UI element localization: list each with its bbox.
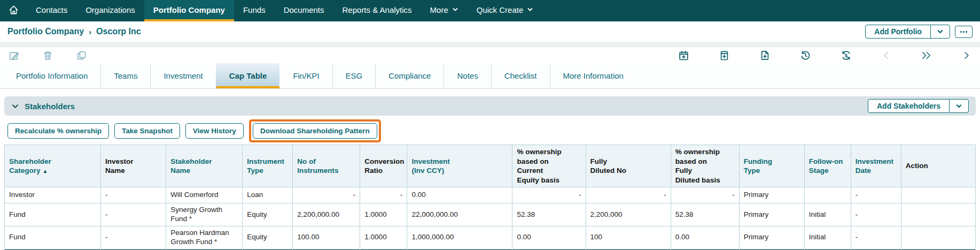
copy-button[interactable] [76,50,87,61]
top-navigation: ContactsOrganizationsPortfolio CompanyFu… [0,0,980,21]
tab-compliance[interactable]: Compliance [375,63,444,88]
cell-fully-diluted-no: 2,200,000 [586,203,671,226]
download-shareholding-pattern-button[interactable]: Download Shareholding Pattern [253,123,377,139]
tab-esg[interactable]: ESG [332,63,376,88]
chevron-right-button[interactable] [961,50,971,61]
tab-checklist[interactable]: Checklist [491,63,550,88]
nav-item-label: Contacts [36,5,67,14]
column-label: Stakeholder Name [170,157,212,175]
nav-item-contacts[interactable]: Contacts [27,0,76,21]
collapse-chevron-down-icon[interactable] [11,102,19,110]
nav-item-reports-analytics[interactable]: Reports & Analytics [333,0,421,21]
column-header-investment-inv-ccy[interactable]: Investment (Inv CCY) [407,145,512,187]
tab-cap-table[interactable]: Cap Table [216,63,280,88]
table-header-row: Shareholder Category▲Investor NameStakeh… [5,145,976,187]
chevron-left-icon [881,50,891,60]
cell-funding-type: Primary [739,187,804,203]
cell-no-of-instruments: - [293,187,360,203]
home-icon [8,4,19,16]
stakeholders-section-header[interactable]: Stakeholders Add Stakeholders [4,96,976,116]
take-snapshot-button[interactable]: Take Snapshot [114,123,180,139]
column-header-no-of-instruments[interactable]: No of Instruments [293,145,360,187]
cell-investor-name: - [101,226,166,249]
column-header-shareholder-category[interactable]: Shareholder Category▲ [5,145,101,187]
double-chevron-right-button[interactable] [921,50,932,61]
nav-item-more[interactable]: More [421,0,468,21]
recalculate-ownership-button[interactable]: Recalculate % ownership [7,123,109,139]
column-header-investment-date[interactable]: Investment Date [851,145,901,187]
cell-investment-date: - [851,187,901,203]
column-label: % ownership based on Fully Diluted basis [675,148,720,184]
nav-item-quick-create[interactable]: Quick Create [468,0,543,21]
chevron-down-icon [527,6,533,13]
copy-icon [76,50,87,61]
add-stakeholders-dropdown-button[interactable] [949,100,968,112]
nav-item-label: Portfolio Company [153,5,225,14]
cell-shareholder-category: Fund [5,203,101,226]
tab-investment[interactable]: Investment [150,63,215,88]
cell-investor-name: - [101,187,166,203]
breadcrumb: Portfolio Company › Oscorp Inc [7,27,141,36]
cell-follow-on-stage: Initial [804,203,851,226]
table-row: Investor-Will ComerfordLoan--0.00---Prim… [5,187,976,203]
cell-investment-inv-ccy: 0.00 [407,187,512,203]
nav-items: ContactsOrganizationsPortfolio CompanyFu… [27,0,542,21]
nav-item-portfolio-company[interactable]: Portfolio Company [144,0,234,21]
tab-notes[interactable]: Notes [444,63,491,88]
cell-shareholder-category: Fund [5,226,101,249]
add-portfolio-dropdown-button[interactable] [930,25,950,38]
cell-ownership-based-on-current-equity-basis: - [512,187,586,203]
history-button[interactable] [800,50,811,61]
home-button[interactable] [0,0,27,21]
cell-investment-date: - [851,226,901,249]
chevron-right-icon [961,50,971,60]
ellipsis-icon [959,28,968,35]
cell-conversion-ratio: - [360,187,407,203]
nav-item-documents[interactable]: Documents [275,0,333,21]
column-label: Investor Name [105,157,134,175]
cell-ownership-based-on-current-equity-basis: 52.38 [512,203,586,226]
chevron-left-button[interactable] [881,50,891,61]
history-icon [800,50,811,61]
table-row: Fund-Synergy Growth Fund *Equity2,200,00… [5,203,976,226]
view-history-button[interactable]: View History [185,123,244,139]
table-row: Fund-Pearson Hardman Growth Fund *Equity… [5,226,976,249]
more-options-button[interactable] [955,26,973,38]
tab-portfolio-information[interactable]: Portfolio Information [3,63,100,88]
nav-item-organizations[interactable]: Organizations [76,0,144,21]
cell-fully-diluted-no: - [586,187,671,203]
column-header-follow-on-stage[interactable]: Follow-on Stage [804,145,851,187]
svg-text:$: $ [845,52,848,58]
column-header-stakeholder-name[interactable]: Stakeholder Name [166,145,243,187]
cell-action [901,226,975,249]
snapshot-add-button[interactable] [719,50,730,61]
cell-no-of-instruments: 100.00 [293,226,360,249]
cell-investment-inv-ccy: 22,000,000.00 [407,203,512,226]
breadcrumb-row: Portfolio Company › Oscorp Inc Add Portf… [0,21,980,42]
cell-stakeholder-name: Synergy Growth Fund * [166,203,243,226]
add-portfolio-button[interactable]: Add Portfolio [866,25,930,38]
cell-conversion-ratio: 1.0000 [360,203,407,226]
calendar-add-button[interactable] [678,50,689,61]
cell-ownership-based-on-current-equity-basis: 0.00 [512,226,586,249]
sort-asc-icon: ▲ [43,168,48,174]
tab-teams[interactable]: Teams [100,63,150,88]
nav-item-funds[interactable]: Funds [234,0,275,21]
double-chevron-right-icon [921,50,932,60]
toolbar-right-icons: $ [678,50,971,61]
edit-button[interactable] [9,50,20,61]
column-header-funding-type[interactable]: Funding Type [739,145,804,187]
tab-fin-kpi[interactable]: Fin/KPI [279,63,332,88]
tab-more-information[interactable]: More Information [550,63,636,88]
cell-ownership-based-on-fully-diluted-basis: 52.38 [671,203,739,226]
add-stakeholders-button[interactable]: Add Stakeholders [868,100,949,112]
currency-refresh-button[interactable]: $ [841,50,852,61]
column-header-ownership-based-on-current-equity-basis: % ownership based on Current Equity basi… [512,145,586,187]
stakeholders-table: Shareholder Category▲Investor NameStakeh… [4,145,976,250]
file-add-button[interactable] [759,50,771,61]
breadcrumb-parent[interactable]: Portfolio Company [7,27,84,36]
column-header-instrument-type[interactable]: Instrument Type [243,145,293,187]
record-toolbar: $ [0,47,980,63]
cell-fully-diluted-no: 100 [586,226,671,249]
delete-button[interactable] [42,50,53,61]
